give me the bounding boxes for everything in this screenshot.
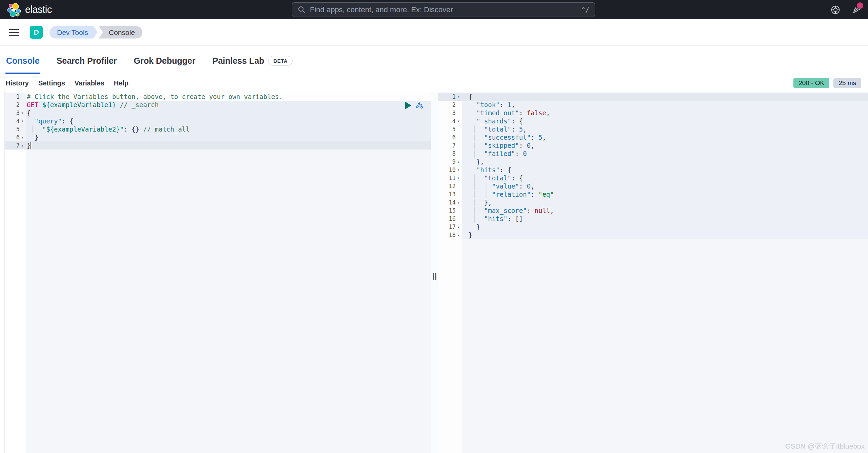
code-line: 4▾ "_shards": { <box>438 117 868 125</box>
editor-empty-area <box>438 239 868 453</box>
line-number-gutter: 4▾ <box>5 117 26 125</box>
response-time-badge: 25 ms <box>833 78 861 88</box>
line-number-gutter: 4▾ <box>438 117 462 125</box>
search-shortcut-hint: ^/ <box>581 6 589 14</box>
code-line: 7▴} <box>5 141 431 150</box>
code-line: 3 "timed_out": false, <box>438 109 868 117</box>
breadcrumb-console: Console <box>99 26 142 39</box>
resizer-handle-icon <box>433 273 436 280</box>
code-line: 11▾ │ "total": { <box>438 174 868 182</box>
help-button[interactable] <box>830 4 841 15</box>
tab-label: Painless Lab <box>212 56 264 66</box>
search-icon <box>298 6 306 14</box>
editor-empty-area <box>5 150 431 453</box>
tab-console[interactable]: Console <box>5 56 40 74</box>
fold-toggle-icon[interactable]: ▴ <box>456 159 461 164</box>
fold-toggle-icon[interactable]: ▾ <box>20 111 25 115</box>
tab-label: Grok Debugger <box>134 56 195 66</box>
line-number-gutter: 5 <box>5 125 26 133</box>
send-request-button[interactable] <box>405 102 411 109</box>
line-number-gutter: 13 <box>438 190 462 198</box>
line-number-gutter: 18▴ <box>438 231 462 239</box>
breadcrumb-dev-tools[interactable]: Dev Tools <box>50 26 98 39</box>
fold-toggle-icon[interactable]: ▾ <box>456 168 461 172</box>
line-number-gutter: 2 <box>5 101 26 109</box>
code-line: 9▴ }, <box>438 158 868 166</box>
wrench-icon[interactable] <box>415 101 423 110</box>
global-search[interactable]: ^/ <box>292 2 595 17</box>
watermark: CSDN @蓝盒子itbluebox <box>785 441 865 451</box>
status-badge: 200 - OK <box>793 78 829 88</box>
request-editor[interactable]: 1# Click the Variables button, above, to… <box>4 91 431 453</box>
code-line: 17▴ } <box>438 223 868 231</box>
fold-toggle-icon[interactable]: ▾ <box>456 176 461 180</box>
code-line: 2GET ${exampleVariable1} // _search <box>5 101 431 109</box>
tab-search-profiler[interactable]: Search Profiler <box>56 56 118 74</box>
fold-toggle-icon[interactable]: ▴ <box>456 224 461 229</box>
code-line: 6 │ "successful": 5, <box>438 133 868 141</box>
menu-item-settings[interactable]: Settings <box>38 79 65 87</box>
logo-wordmark: elastic <box>25 4 52 15</box>
fold-toggle-icon[interactable]: ▴ <box>20 135 25 140</box>
line-number-gutter: 9▴ <box>438 158 462 166</box>
menu-item-variables[interactable]: Variables <box>75 79 104 87</box>
code-line: 15 │ "max_score": null, <box>438 206 868 215</box>
request-actions <box>405 101 423 110</box>
line-number-gutter: 6▴ <box>5 133 26 141</box>
fold-toggle-icon[interactable]: ▾ <box>456 119 461 123</box>
code-line: 6▴ } <box>5 133 431 141</box>
console-split-view: 1# Click the Variables button, above, to… <box>0 91 868 453</box>
line-number-gutter: 14▴ <box>438 198 462 206</box>
code-line: 18▴} <box>438 231 868 239</box>
fold-toggle-icon[interactable]: ▴ <box>456 233 461 237</box>
line-number-gutter: 10▾ <box>438 166 462 174</box>
breadcrumb-bar: D Dev Tools Console <box>0 19 868 45</box>
code-line: 14▴ │ }, <box>438 198 868 206</box>
line-number-gutter: 7▴ <box>5 141 26 150</box>
text-cursor <box>31 142 31 149</box>
app-badge: D <box>30 26 43 39</box>
line-number-gutter: 15 <box>438 206 462 215</box>
fold-toggle-icon[interactable]: ▴ <box>456 200 461 205</box>
tab-grok-debugger[interactable]: Grok Debugger <box>133 56 196 74</box>
line-number-gutter: 2 <box>438 101 462 109</box>
fold-toggle-icon[interactable]: ▾ <box>456 94 461 99</box>
menu-icon[interactable] <box>9 29 19 36</box>
code-line: 4▾ "query": { <box>5 117 431 125</box>
code-line: 8 │ "failed": 0 <box>438 150 868 158</box>
code-line: 2 "took": 1, <box>438 101 868 109</box>
breadcrumb: Dev Tools Console <box>50 26 142 39</box>
beta-badge: BETA <box>268 56 293 66</box>
news-button[interactable] <box>851 4 862 15</box>
line-number-gutter: 8 <box>438 150 462 158</box>
code-line: 10▾ "hits": { <box>438 166 868 174</box>
code-line: 12 │ │ "value": 0, <box>438 182 868 190</box>
code-line: 5 │ "total": 5, <box>438 125 868 133</box>
line-number-gutter: 16 <box>438 215 462 223</box>
code-line: 1▾{ <box>438 93 868 101</box>
global-header: elastic ^/ <box>0 0 868 19</box>
code-line: 16 │ "hits": [] <box>438 215 868 223</box>
elastic-logo[interactable]: elastic <box>7 3 52 17</box>
code-line: 13 │ │ "relation": "eq" <box>438 190 868 198</box>
menu-item-help[interactable]: Help <box>114 79 129 87</box>
line-number-gutter: 11▾ <box>438 174 462 182</box>
elastic-logo-icon <box>7 3 21 17</box>
tab-label: Console <box>6 56 40 66</box>
header-actions <box>830 0 862 19</box>
search-input[interactable] <box>310 5 581 14</box>
tab-painless-lab[interactable]: Painless LabBETA <box>212 56 293 74</box>
menu-item-history[interactable]: History <box>5 79 29 87</box>
line-number-gutter: 1▾ <box>438 93 462 101</box>
dev-tools-tabs: ConsoleSearch ProfilerGrok DebuggerPainl… <box>0 45 868 74</box>
fold-toggle-icon[interactable]: ▴ <box>20 143 25 148</box>
response-viewer[interactable]: 1▾{2 "took": 1,3 "timed_out": false,4▾ "… <box>438 91 868 453</box>
console-toolbar: HistorySettingsVariablesHelp 200 - OK 25… <box>0 75 868 91</box>
line-number-gutter: 5 <box>438 125 462 133</box>
fold-toggle-icon[interactable]: ▾ <box>20 119 25 123</box>
response-status-group: 200 - OK 25 ms <box>793 78 863 88</box>
code-line: 5 │ "${exampleVariable2}": {} // match_a… <box>5 125 431 133</box>
tab-label: Search Profiler <box>57 56 117 66</box>
pane-resizer[interactable] <box>431 91 438 453</box>
line-number-gutter: 3 <box>438 109 462 117</box>
